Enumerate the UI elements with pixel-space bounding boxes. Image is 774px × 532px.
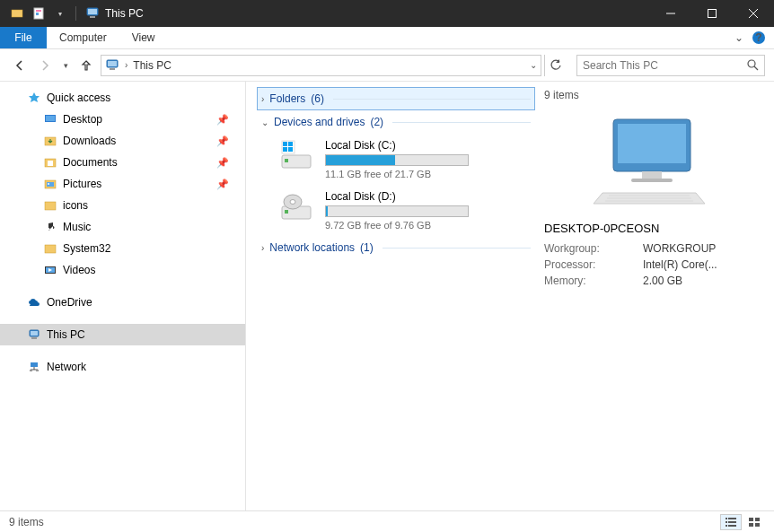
folder-icon bbox=[43, 241, 57, 256]
drive-c[interactable]: Local Disk (C:) 11.1 GB free of 21.7 GB bbox=[257, 134, 535, 185]
drive-free: 11.1 GB free of 21.7 GB bbox=[325, 169, 532, 179]
back-button[interactable] bbox=[9, 55, 31, 76]
group-network[interactable]: › Network locations (1) bbox=[257, 236, 535, 259]
search-icon[interactable] bbox=[747, 59, 759, 71]
up-button[interactable] bbox=[75, 55, 97, 76]
svg-rect-24 bbox=[45, 202, 56, 210]
svg-rect-8 bbox=[708, 10, 717, 18]
svg-rect-42 bbox=[288, 147, 293, 152]
sidebar-item-videos[interactable]: Videos bbox=[0, 259, 245, 281]
sidebar-item-this-pc[interactable]: This PC bbox=[0, 324, 245, 345]
svg-rect-25 bbox=[45, 245, 56, 253]
pin-icon: 📌 bbox=[216, 114, 229, 126]
sidebar-item-pictures[interactable]: Pictures 📌 bbox=[0, 173, 245, 195]
svg-rect-60 bbox=[749, 518, 753, 521]
detail-value: 2.00 GB bbox=[643, 275, 682, 287]
close-button[interactable] bbox=[733, 0, 774, 27]
svg-rect-20 bbox=[48, 161, 53, 166]
folder-icon bbox=[43, 198, 57, 213]
svg-rect-30 bbox=[31, 337, 37, 339]
drive-d[interactable]: Local Disk (D:) 9.72 GB free of 9.76 GB bbox=[257, 185, 535, 236]
sidebar-item-label: OneDrive bbox=[47, 296, 92, 309]
qat-dropdown-icon[interactable]: ▾ bbox=[50, 4, 70, 23]
svg-rect-17 bbox=[46, 116, 55, 121]
properties-icon[interactable] bbox=[29, 4, 48, 23]
sidebar-item-label: Pictures bbox=[63, 178, 101, 190]
drive-name: Local Disk (D:) bbox=[325, 190, 532, 203]
svg-rect-62 bbox=[749, 523, 753, 527]
sidebar-item-documents[interactable]: Documents 📌 bbox=[0, 152, 245, 173]
group-count: (1) bbox=[360, 241, 374, 254]
star-icon bbox=[27, 91, 41, 105]
sidebar-item-network[interactable]: Network bbox=[0, 356, 245, 378]
address-icon bbox=[105, 58, 119, 73]
detail-key: Processor: bbox=[544, 258, 643, 271]
address-dropdown-icon[interactable]: ⌄ bbox=[530, 60, 537, 70]
group-label: Folders bbox=[269, 92, 305, 105]
search-input[interactable] bbox=[583, 59, 747, 72]
svg-rect-37 bbox=[285, 159, 288, 162]
disk-icon bbox=[278, 139, 314, 171]
help-icon[interactable]: ? bbox=[752, 31, 765, 44]
group-folders[interactable]: › Folders (6) bbox=[257, 87, 535, 110]
ribbon: File Computer View ⌄ ? bbox=[0, 27, 774, 49]
detail-row: Workgroup: WORKGROUP bbox=[544, 242, 754, 255]
detail-row: Memory: 2.00 GB bbox=[544, 275, 754, 287]
breadcrumb[interactable]: This PC bbox=[133, 59, 172, 72]
onedrive-icon bbox=[27, 295, 41, 310]
drive-usage-bar bbox=[325, 154, 469, 166]
pin-icon: 📌 bbox=[216, 179, 229, 190]
view-large-icons-button[interactable] bbox=[743, 514, 765, 530]
detail-key: Workgroup: bbox=[544, 242, 643, 255]
ribbon-expand-icon[interactable]: ⌄ bbox=[734, 31, 743, 44]
pin-icon: 📌 bbox=[216, 157, 229, 169]
details-item-count: 9 items bbox=[544, 89, 754, 101]
recent-dropdown[interactable]: ▾ bbox=[59, 55, 72, 76]
titlebar: ▾ This PC bbox=[0, 0, 774, 27]
sidebar-item-icons[interactable]: icons bbox=[0, 195, 245, 216]
titlebar-divider bbox=[75, 6, 76, 21]
downloads-icon bbox=[43, 134, 57, 148]
address-bar[interactable]: › This PC ⌄ bbox=[101, 55, 541, 76]
svg-rect-59 bbox=[728, 525, 736, 527]
sidebar-item-desktop[interactable]: Desktop 📌 bbox=[0, 109, 245, 130]
search-bar[interactable] bbox=[576, 55, 765, 76]
sidebar: Quick access Desktop 📌 Downloads 📌 Docum… bbox=[0, 82, 246, 510]
quick-access-toolbar: ▾ bbox=[7, 4, 70, 23]
sidebar-item-onedrive[interactable]: OneDrive bbox=[0, 292, 245, 313]
svg-rect-63 bbox=[755, 523, 760, 527]
sidebar-item-label: Quick access bbox=[47, 92, 110, 104]
view-details-button[interactable] bbox=[720, 514, 742, 530]
group-label: Network locations bbox=[269, 241, 355, 254]
svg-rect-12 bbox=[108, 61, 117, 66]
svg-rect-6 bbox=[90, 16, 95, 18]
sidebar-item-system32[interactable]: System32 bbox=[0, 238, 245, 259]
status-text: 9 items bbox=[9, 516, 44, 528]
pictures-icon bbox=[43, 177, 57, 191]
minimize-button[interactable] bbox=[650, 0, 691, 27]
sidebar-item-downloads[interactable]: Downloads 📌 bbox=[0, 130, 245, 152]
refresh-button[interactable] bbox=[544, 55, 566, 76]
file-tab[interactable]: File bbox=[0, 27, 47, 48]
svg-rect-0 bbox=[12, 10, 22, 17]
group-devices[interactable]: ⌄ Devices and drives (2) bbox=[257, 110, 535, 134]
svg-rect-57 bbox=[728, 521, 736, 523]
sidebar-item-label: System32 bbox=[63, 242, 110, 255]
svg-rect-54 bbox=[726, 518, 727, 519]
window-title: This PC bbox=[105, 7, 144, 20]
group-count: (6) bbox=[311, 92, 324, 105]
computer-icon bbox=[586, 112, 712, 211]
forward-button[interactable] bbox=[34, 55, 56, 76]
tab-view[interactable]: View bbox=[119, 27, 168, 48]
sidebar-item-quick-access[interactable]: Quick access bbox=[0, 87, 245, 109]
tab-computer[interactable]: Computer bbox=[47, 27, 119, 48]
detail-row: Processor: Intel(R) Core(... bbox=[544, 258, 754, 271]
chevron-right-icon: › bbox=[261, 94, 264, 104]
maximize-button[interactable] bbox=[691, 0, 733, 27]
drive-info: Local Disk (D:) 9.72 GB free of 9.76 GB bbox=[325, 190, 532, 231]
details-pane: 9 items DESKTOP-0PCEOSN Workgroup: WORKG… bbox=[535, 87, 763, 505]
svg-rect-29 bbox=[31, 331, 38, 336]
chevron-right-icon: › bbox=[261, 243, 264, 253]
sidebar-item-music[interactable]: Music bbox=[0, 216, 245, 238]
breadcrumb-chevron-icon[interactable]: › bbox=[125, 60, 128, 70]
